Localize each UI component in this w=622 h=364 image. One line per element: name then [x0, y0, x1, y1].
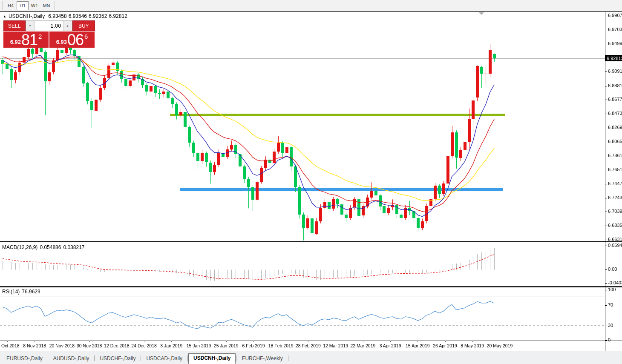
rsi-value: 76.9629	[22, 289, 40, 295]
symbol-name: USDCNH-,Daily	[9, 13, 45, 19]
macd-main-value: 0.054886	[40, 244, 61, 250]
tab-separator	[288, 355, 288, 361]
ohlc-open: 6.93458	[48, 13, 66, 19]
chart-tab-eurusd-daily[interactable]: EURUSD-,Daily	[2, 354, 47, 363]
date-tick-label: 3 Jan 2019	[160, 343, 182, 348]
price-tick-label: 6.90910	[608, 69, 622, 74]
collapse-panel-icon[interactable]: ▲	[3, 14, 6, 18]
sell-button[interactable]: SELL	[3, 20, 26, 31]
volume-input[interactable]: 1.00	[35, 21, 63, 31]
date-tick-label: 26 Apr 2019	[433, 343, 457, 348]
date-tick-label: 20 May 2019	[487, 343, 513, 348]
price-tick-label: 6.66310	[608, 237, 622, 242]
current-price-badge: 6.92812	[605, 55, 622, 61]
macd-axis-label: -0.040371	[608, 280, 622, 285]
buy-price-button[interactable]: 6.93 06 6	[49, 32, 95, 48]
price-tick-label: 6.68350	[608, 223, 622, 228]
buy-price-prefix: 6.93	[56, 39, 67, 45]
macd-axis-label: 0.00	[608, 267, 617, 272]
price-tick-label: 6.74470	[608, 181, 622, 186]
price-tick-label: 6.86770	[608, 97, 622, 102]
price-tick-label: 6.99070	[608, 13, 622, 18]
toolbar-separator	[2, 1, 3, 10]
price-tick-label: 6.94990	[608, 41, 622, 46]
rsi-axis-label: 70	[608, 302, 613, 307]
volume-control: ▼ 1.00 ▲	[26, 20, 72, 31]
trading-platform-window: H4D1W1MN ▲USDCNH-,Daily6.934586.935466.9…	[0, 0, 622, 364]
chart-tab-eurchf-weekly[interactable]: EURCHF-,Weekly	[237, 354, 287, 363]
ohlc-high: 6.93546	[69, 13, 87, 19]
sell-price-button[interactable]: 6.92 81 2	[3, 32, 49, 48]
date-tick-label: 22 Mar 2019	[350, 343, 375, 348]
buy-price-pip: 6	[84, 33, 88, 40]
rsi-axis-label: 100	[608, 287, 616, 292]
date-tick-label: 28 Feb 2019	[296, 343, 321, 348]
date-tick-label: 29 Oct 2018	[0, 343, 20, 348]
date-tick-label: 6 Feb 2019	[242, 343, 265, 348]
tab-separator	[187, 355, 188, 361]
tab-separator	[236, 355, 236, 361]
date-tick-label: 12 Dec 2018	[104, 343, 130, 348]
macd-label: MACD(12,26,9)0.0548860.038217	[2, 244, 87, 250]
buy-price-main: 06	[67, 33, 84, 47]
tab-separator	[141, 355, 141, 361]
rsi-axis-label: 0	[608, 337, 610, 342]
ohlc-low: 6.92352	[89, 13, 107, 19]
volume-decrease-button[interactable]: ▼	[26, 21, 35, 31]
chart-tab-usdcad-daily[interactable]: USDCAD-,Daily	[141, 354, 187, 363]
timeframe-button-mn[interactable]: MN	[40, 1, 52, 10]
date-tick-label: 8 May 2019	[461, 343, 484, 348]
chart-tab-usdcnh-daily[interactable]: USDCNH-,Daily	[188, 353, 236, 364]
rsi-name: RSI(14)	[2, 289, 20, 295]
date-tick-label: 18 Feb 2019	[268, 343, 294, 348]
chart-title: ▲USDCNH-,Daily6.934586.935466.923526.928…	[3, 13, 129, 19]
volume-increase-button[interactable]: ▲	[63, 21, 72, 31]
tab-separator	[94, 355, 95, 361]
timeframe-button-h4[interactable]: H4	[5, 1, 17, 10]
volume-value: 1.00	[50, 23, 61, 29]
date-tick-label: 24 Dec 2018	[131, 343, 157, 348]
sell-price-prefix: 6.92	[10, 39, 21, 45]
timeframe-button-d1[interactable]: D1	[17, 1, 29, 10]
ohlc-close: 6.92812	[109, 13, 127, 19]
date-tick-label: 3 Apr 2019	[380, 343, 401, 348]
date-tick-label: 8 Nov 2018	[23, 343, 46, 348]
timeframe-buttons: H4D1W1MN	[5, 1, 52, 10]
date-tick-label: 12 Mar 2019	[323, 343, 348, 348]
rsi-axis-label: 30	[608, 323, 613, 328]
price-tick-label: 6.84730	[608, 111, 622, 116]
date-tick-label: 15 Apr 2019	[406, 343, 430, 348]
date-tick-label: 15 Jan 2019	[187, 343, 211, 348]
toolbar-separator	[55, 1, 55, 10]
price-tick-label: 6.72430	[608, 195, 622, 200]
macd-axis-label: 0.059422	[608, 243, 622, 248]
macd-signal-value: 0.038217	[63, 244, 84, 250]
sell-price-main: 81	[21, 33, 37, 47]
date-tick-label: 20 Nov 2018	[49, 343, 75, 348]
chart-tab-audusd-daily[interactable]: AUDUSD-,Daily	[49, 354, 94, 363]
date-tick-label: 30 Nov 2018	[77, 343, 102, 348]
macd-name: MACD(12,26,9)	[2, 244, 37, 250]
tab-separator	[48, 355, 48, 361]
price-tick-label: 6.97030	[608, 27, 622, 32]
price-tick-label: 6.80650	[608, 139, 622, 144]
rsi-label: RSI(14)76.9629	[2, 289, 43, 295]
buy-button[interactable]: BUY	[72, 20, 95, 31]
one-click-trading-panel: SELL ▼ 1.00 ▲ BUY 6.92 81 2 6.93 06 6	[3, 20, 95, 48]
sell-price-pip: 2	[38, 33, 42, 40]
price-tick-label: 6.82690	[608, 125, 622, 130]
timeframe-button-w1[interactable]: W1	[29, 1, 40, 10]
chart-canvas[interactable]	[0, 0, 622, 364]
price-tick-label: 6.78610	[608, 153, 622, 158]
date-tick-label: 25 Jan 2019	[214, 343, 239, 348]
price-tick-label: 6.76510	[608, 167, 622, 172]
chart-tab-usdchf-daily[interactable]: USDCHF-,Daily	[95, 354, 140, 363]
price-tick-label: 6.88810	[608, 83, 622, 88]
price-tick-label: 6.70390	[608, 209, 622, 214]
timeframe-toolbar: H4D1W1MN	[0, 0, 622, 11]
chart-tabs-bar: EURUSD-,DailyAUDUSD-,DailyUSDCHF-,DailyU…	[0, 351, 622, 364]
